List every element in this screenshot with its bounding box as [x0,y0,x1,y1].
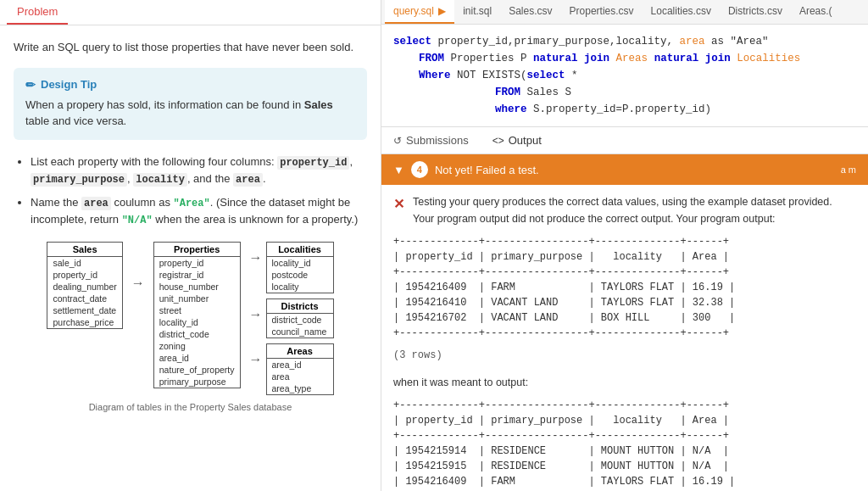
sales-row-3: dealing_number [47,281,121,293]
design-tip-title: Design Tip [25,78,355,92]
problem-content: Write an SQL query to list those propert… [0,25,381,426]
left-panel: Problem Write an SQL query to list those… [0,0,381,491]
action-bar: ↺ Submissions <> Output [381,127,868,154]
right-panel: query.sql ▶ init.sql Sales.csv Propertie… [381,0,868,491]
result-time: a m [841,165,856,175]
file-tab-query[interactable]: query.sql ▶ [385,0,454,24]
file-tab-localities[interactable]: Localities.csv [643,0,720,24]
x-mark-icon: ✕ [393,193,404,215]
your-output-table: +-------------+-----------------+-------… [393,234,856,341]
db-diagram: Sales sale_id property_id dealing_number… [14,242,367,395]
error-text: Testing your query produces the correct … [413,193,856,227]
arrow-1: → [131,242,145,291]
your-output-rows: (3 rows) [393,348,856,364]
code-locality: locality [133,173,187,187]
results-panel: ▼ 4 Not yet! Failed a test. a m ✕ Testin… [381,154,868,491]
code-property-id: property_id [277,156,349,170]
code-area-1: area [233,173,263,187]
design-tip-text-before: When a propery has sold, its information… [25,98,304,111]
design-tip-text-after: table and vice versa. [25,114,126,127]
arrow-2: → [249,242,263,265]
result-header: ▼ 4 Not yet! Failed a test. a m [381,154,868,185]
file-tab-init[interactable]: init.sql [454,0,500,24]
file-tab-properties[interactable]: Properties.csv [561,0,643,24]
arrow-3: → [249,299,263,322]
sales-row-2: property_id [47,269,121,281]
result-status: Not yet! Failed a test. [435,164,539,176]
sales-table-title: Sales [47,243,121,257]
sql-line-2: FROM Properties P natural join Areas nat… [393,50,856,67]
query-arrow: ▶ [438,5,446,17]
districts-table: Districts district_code council_name [266,299,334,338]
design-tip-bold: Sales [304,98,333,111]
submissions-label: Submissions [406,134,469,147]
sql-line-5: where S.property_id=P.property_id) [393,101,856,118]
problem-intro: Write an SQL query to list those propert… [14,39,367,56]
bullet-2: Name the area coulumn as "Area". (Since … [31,194,367,228]
design-tip-body: When a propery has sold, its information… [25,97,355,130]
sql-line-3: Where NOT EXISTS(select * [393,67,856,84]
bullet-1: List each property with the following fo… [31,153,367,187]
sales-row-5: settlement_date [47,304,121,316]
code-area-name: "Area" [174,198,210,209]
output-tab[interactable]: <> Output [481,127,554,153]
bullet-list: List each property with the following fo… [14,153,367,228]
code-area-2: area [81,197,111,210]
sales-table: Sales sale_id property_id dealing_number… [47,242,122,329]
arrow-4: → [249,343,263,367]
result-body: ✕ Testing your query produces the correc… [381,185,868,491]
left-tab-bar: Problem [0,0,381,25]
result-number: 4 [411,161,428,178]
file-tab-districts[interactable]: Districts.csv [720,0,791,24]
output-label: Output [509,134,542,147]
sales-row-6: purchase_price [47,316,121,328]
problem-tab-label: Problem [17,5,58,18]
problem-tab[interactable]: Problem [7,0,68,25]
design-tip-box: Design Tip When a propery has sold, its … [14,68,367,140]
code-primary-purpose: primary_purpose [31,173,127,187]
submissions-tab[interactable]: ↺ Submissions [381,127,481,153]
properties-table-title: Properties [154,243,240,257]
localities-table: Localities locality_id postcode locality [266,242,334,293]
code-na: "N/A" [122,215,153,226]
areas-table: Areas area_id area area_type [266,343,334,395]
file-tabs: query.sql ▶ init.sql Sales.csv Propertie… [381,0,868,25]
sales-row-1: sale_id [47,257,121,269]
properties-table: Properties property_id registrar_id hous… [153,242,241,388]
file-tab-areas[interactable]: Areas.( [791,0,841,24]
diagram-caption: Diagram of tables in the Property Sales … [14,402,367,412]
file-tab-sales[interactable]: Sales.csv [500,0,560,24]
chevron-down-icon: ▼ [393,164,404,176]
expected-label: when it was meant to output: [393,374,856,391]
right-tables: → Localities locality_id postcode locali… [249,242,334,395]
sql-line-4: FROM Sales S [393,84,856,101]
error-message: ✕ Testing your query produces the correc… [393,193,856,234]
file-tab-query-label: query.sql [393,5,434,17]
sql-editor[interactable]: select property_id,primary_purpose,local… [381,25,868,127]
submissions-icon: ↺ [393,135,402,147]
expected-output-table: +-------------+-----------------+-------… [393,398,856,491]
output-icon: <> [492,135,504,147]
sql-line-1: select property_id,primary_purpose,local… [393,33,856,50]
sales-row-4: contract_date [47,293,121,304]
